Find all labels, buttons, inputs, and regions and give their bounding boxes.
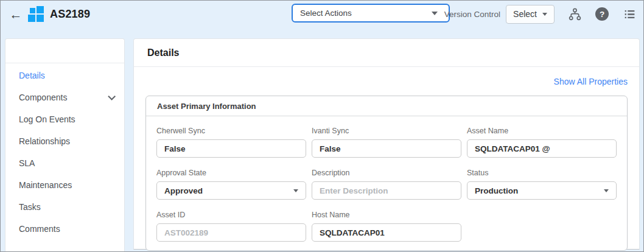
chevron-down-icon: [432, 12, 438, 15]
main-body: Show All Properties Asset Primary Inform…: [134, 67, 639, 251]
field-ivanti-sync: Ivanti Sync: [312, 127, 461, 158]
field-description: Description: [312, 169, 461, 200]
sidebar-item-components[interactable]: Components: [5, 86, 124, 108]
sidebar-item-relationships[interactable]: Relationships: [5, 130, 124, 152]
help-icon[interactable]: ?: [595, 7, 609, 21]
show-all-properties-link[interactable]: Show All Properties: [554, 77, 628, 86]
chevron-down-icon: [542, 13, 547, 16]
list-menu-icon[interactable]: [622, 7, 637, 21]
field-label: Asset ID: [156, 211, 306, 219]
top-bar-right: Version Control Select ?: [444, 1, 637, 27]
back-arrow-icon[interactable]: ←: [8, 6, 24, 22]
host-name-input[interactable]: [312, 223, 461, 242]
field-label: Host Name: [312, 211, 461, 219]
sidebar-item-label: Tasks: [19, 202, 41, 212]
field-host-name: Host Name: [312, 211, 461, 242]
field-empty-cell: [467, 211, 617, 242]
description-input[interactable]: [312, 181, 461, 200]
chevron-down-icon: [604, 189, 609, 192]
select-actions-label: Select Actions: [300, 9, 352, 18]
section-fields: Cherwell Sync Ivanti Sync Asset Name App…: [146, 116, 627, 250]
asset-id-input[interactable]: [156, 223, 306, 242]
field-cherwell-sync: Cherwell Sync: [156, 127, 306, 158]
sidebar-item-comments[interactable]: Comments: [5, 218, 124, 240]
field-asset-name: Asset Name: [467, 127, 617, 158]
question-mark-glyph: ?: [595, 7, 609, 21]
app-window: ← AS2189 Select Actions Version Control …: [0, 0, 644, 252]
sidebar-item-label: Details: [19, 71, 45, 80]
link-row: Show All Properties: [145, 67, 628, 96]
field-label: Ivanti Sync: [312, 127, 461, 135]
sidebar-item-label: SLA: [19, 158, 35, 168]
field-approval-state: Approval State Approved: [156, 169, 306, 200]
ivanti-sync-input[interactable]: [312, 139, 461, 158]
asset-name-input[interactable]: [467, 139, 617, 158]
grid-square: [37, 6, 44, 13]
sidebar-item-details[interactable]: Details: [5, 65, 124, 86]
approval-state-select[interactable]: Approved: [156, 181, 306, 200]
sidebar-item-label: Log On Events: [19, 114, 75, 124]
chevron-down-icon: [293, 189, 298, 192]
version-control-select[interactable]: Select: [506, 5, 555, 24]
field-label: Description: [312, 169, 461, 177]
hierarchy-icon[interactable]: [567, 7, 582, 21]
cherwell-sync-input[interactable]: [156, 139, 306, 158]
asset-title: AS2189: [50, 8, 90, 21]
main-header: Details: [134, 39, 639, 67]
asset-primary-information-section: Asset Primary Information Cherwell Sync …: [145, 96, 628, 251]
sidebar-item-log-on-events[interactable]: Log On Events: [5, 108, 124, 130]
sidebar-item-label: Relationships: [19, 136, 70, 146]
field-label: Cherwell Sync: [156, 127, 306, 135]
app-grid-icon: [28, 6, 44, 23]
sidebar-item-label: Maintenances: [19, 180, 72, 190]
sidebar: Details Components Log On Events Relatio…: [5, 38, 125, 252]
select-actions-dropdown[interactable]: Select Actions: [292, 4, 450, 23]
field-label: Approval State: [156, 169, 306, 177]
field-asset-id: Asset ID: [156, 211, 306, 242]
sidebar-item-tasks[interactable]: Tasks: [5, 196, 124, 218]
grid-square: [30, 8, 35, 13]
section-title: Asset Primary Information: [146, 96, 627, 116]
status-select[interactable]: Production: [467, 181, 617, 200]
chevron-down-icon: [108, 93, 116, 100]
main-panel: Details Show All Properties Asset Primar…: [133, 38, 640, 250]
selected-value: Production: [475, 186, 518, 195]
sidebar-header: [5, 39, 124, 63]
field-status: Status Production: [467, 169, 617, 200]
field-label: Status: [467, 169, 617, 177]
grid-square: [28, 15, 35, 22]
page-title: Details: [147, 47, 179, 58]
version-select-label: Select: [513, 9, 537, 19]
sidebar-nav: Details Components Log On Events Relatio…: [5, 63, 124, 240]
sidebar-item-label: Components: [19, 93, 67, 102]
sidebar-item-maintenances[interactable]: Maintenances: [5, 174, 124, 196]
version-control-label: Version Control: [444, 10, 500, 19]
selected-value: Approved: [164, 186, 203, 195]
grid-square: [37, 15, 44, 22]
field-label: Asset Name: [467, 127, 617, 135]
top-bar-left: ← AS2189: [8, 1, 90, 27]
top-bar: ← AS2189 Select Actions Version Control …: [1, 1, 643, 27]
sidebar-item-sla[interactable]: SLA: [5, 152, 124, 174]
sidebar-item-label: Comments: [19, 224, 60, 234]
